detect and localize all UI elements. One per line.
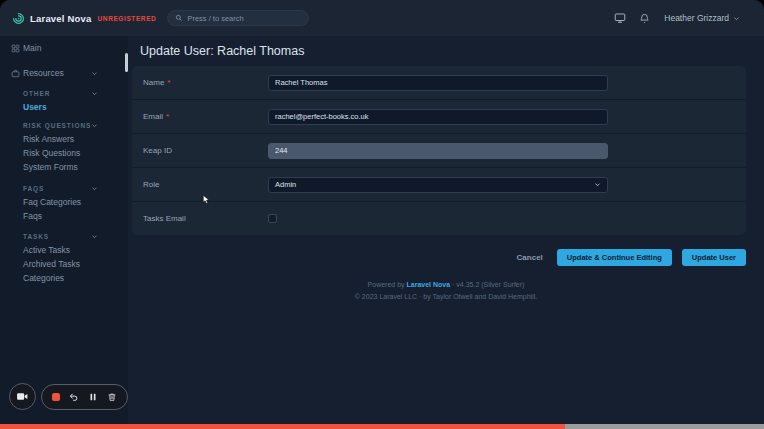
grid-icon: [11, 44, 20, 53]
section-heading-label: TASKS: [23, 233, 49, 240]
user-name: Heather Grizzard: [664, 13, 729, 23]
sidebar-scrollbar-thumb[interactable]: [125, 53, 128, 72]
chevron-down-icon: [91, 70, 98, 77]
sidebar-section-other[interactable]: OTHER: [0, 86, 128, 100]
field-label-text: Role: [143, 180, 159, 189]
field-label-text: Keap ID: [143, 146, 172, 155]
section-heading-label: FAQS: [23, 185, 44, 192]
sidebar-item-risk-answers[interactable]: Risk Answers: [0, 132, 128, 146]
cancel-button[interactable]: Cancel: [517, 253, 543, 262]
sidebar-item-categories[interactable]: Categories: [0, 271, 128, 285]
camera-icon: [16, 390, 29, 403]
video-progress-bar[interactable]: [0, 424, 764, 429]
field-label: Role: [132, 180, 268, 189]
powered-by-line: Powered by Laravel Nova · v4.35.2 (Silve…: [128, 279, 764, 291]
chevron-down-icon: [594, 181, 601, 188]
stop-icon[interactable]: [52, 393, 60, 401]
email-input[interactable]: [268, 109, 608, 125]
field-label-text: Tasks Email: [143, 214, 186, 223]
field-label: Keap ID: [132, 146, 268, 155]
video-progress-played: [0, 424, 565, 429]
chevron-down-icon: [91, 185, 98, 192]
update-continue-button[interactable]: Update & Continue Editing: [557, 249, 672, 266]
license-badge: UNREGISTERED: [98, 15, 157, 22]
chevron-down-icon: [91, 122, 98, 129]
sidebar-section-faqs[interactable]: FAQS: [0, 181, 128, 195]
form-row-role: Role Admin: [132, 168, 746, 202]
search-icon: [175, 14, 183, 22]
section-heading-label: OTHER: [23, 90, 50, 97]
notifications-bell-icon[interactable]: [639, 13, 650, 24]
page-title: Update User: Rachel Thomas: [140, 44, 764, 58]
footer: Powered by Laravel Nova · v4.35.2 (Silve…: [128, 279, 764, 303]
recorder-toolbar: [9, 383, 128, 410]
role-selected-value: Admin: [275, 180, 296, 189]
undo-icon[interactable]: [69, 392, 79, 402]
camera-button[interactable]: [9, 383, 36, 410]
version-text: · v4.35.2 (Silver Surfer): [452, 281, 524, 288]
sidebar-item-label: Users: [23, 102, 47, 112]
recorder-controls: [41, 384, 128, 410]
field-label-text: Name: [143, 78, 164, 87]
sidebar-item-faqs[interactable]: Faqs: [0, 209, 128, 223]
briefcase-icon: [11, 69, 20, 78]
nova-footer-link[interactable]: Laravel Nova: [407, 281, 451, 288]
sidebar-section-tasks[interactable]: TASKS: [0, 229, 128, 243]
section-heading-label: RISK QUESTIONS: [23, 122, 91, 129]
sidebar-item-risk-questions[interactable]: Risk Questions: [0, 146, 128, 160]
sidebar-item-label: Faq Categories: [23, 197, 81, 207]
sidebar-item-label: Resources: [23, 68, 64, 78]
main-content: Update User: Rachel Thomas Name* Email* …: [128, 36, 764, 429]
user-menu[interactable]: Heather Grizzard: [664, 13, 740, 23]
field-label: Tasks Email: [132, 214, 268, 223]
chevron-down-icon: [733, 15, 740, 22]
sidebar-item-label: Risk Answers: [23, 134, 74, 144]
sidebar-item-label: Faqs: [23, 211, 42, 221]
header-right: Heather Grizzard: [614, 12, 740, 24]
chevron-down-icon: [91, 233, 98, 240]
name-input[interactable]: [268, 75, 608, 91]
form-row-email: Email*: [132, 100, 746, 134]
form-row-name: Name*: [132, 66, 746, 100]
copyright-text: © 2023 Laravel LLC · by Taylor Otwell an…: [128, 291, 764, 303]
powered-by-text: Powered by: [368, 281, 405, 288]
field-label: Name*: [132, 78, 268, 87]
sidebar-item-users[interactable]: Users: [0, 100, 128, 114]
sidebar-item-label: Active Tasks: [23, 245, 70, 255]
global-search[interactable]: [167, 10, 309, 26]
form-actions: Cancel Update & Continue Editing Update …: [128, 249, 746, 266]
sidebar-item-archived-tasks[interactable]: Archived Tasks: [0, 257, 128, 271]
role-select[interactable]: Admin: [268, 177, 608, 193]
sidebar-item-label: Categories: [23, 273, 64, 283]
required-mark: *: [167, 78, 170, 87]
field-label: Email*: [132, 112, 268, 121]
sidebar-item-label: System Forms: [23, 162, 78, 172]
keap-id-input: [268, 143, 608, 159]
sidebar-item-label: Archived Tasks: [23, 259, 80, 269]
form-row-keap-id: Keap ID: [132, 134, 746, 168]
tasks-email-checkbox[interactable]: [268, 214, 277, 223]
sidebar-item-faq-categories[interactable]: Faq Categories: [0, 195, 128, 209]
sidebar-item-label: Main: [23, 43, 41, 53]
trash-icon[interactable]: [107, 392, 117, 402]
brand-name: Laravel Nova: [30, 13, 92, 24]
sidebar-item-label: Risk Questions: [23, 148, 80, 158]
field-label-text: Email: [143, 112, 163, 121]
chevron-down-icon: [91, 90, 98, 97]
update-user-form: Name* Email* Keap ID Role: [132, 66, 746, 235]
sidebar-section-risk-questions[interactable]: RISK QUESTIONS: [0, 118, 128, 132]
sidebar-item-resources[interactable]: Resources: [0, 66, 128, 80]
pause-icon[interactable]: [88, 392, 98, 402]
sidebar-item-system-forms[interactable]: System Forms: [0, 160, 128, 174]
top-header: Laravel Nova UNREGISTERED Heather Grizza…: [0, 0, 764, 36]
nova-logo-icon: [12, 12, 25, 25]
form-row-tasks-email: Tasks Email: [132, 202, 746, 235]
app-window: Laravel Nova UNREGISTERED Heather Grizza…: [0, 0, 764, 429]
search-input[interactable]: [187, 14, 301, 23]
update-user-button[interactable]: Update User: [682, 249, 746, 266]
sidebar-item-main[interactable]: Main: [0, 41, 128, 55]
required-mark: *: [166, 112, 169, 121]
sidebar: Main Resources OTHER Users RISK QUESTION…: [0, 36, 128, 429]
sidebar-item-active-tasks[interactable]: Active Tasks: [0, 243, 128, 257]
theme-monitor-icon[interactable]: [614, 12, 626, 24]
